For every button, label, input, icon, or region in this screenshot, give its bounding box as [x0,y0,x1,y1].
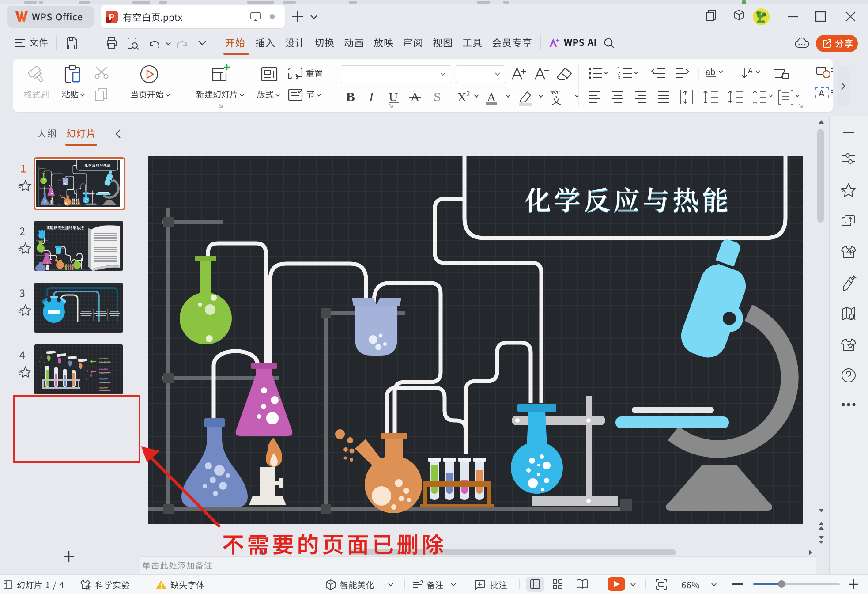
svg-text:U: U [389,90,398,104]
svg-text:2: 2 [466,90,470,98]
svg-text:3: 3 [618,76,620,80]
svg-text:######: ###### [99,378,108,380]
svg-text:########: ######## [99,371,111,374]
svg-text:P: P [109,12,115,22]
svg-text:1: 1 [618,66,620,71]
svg-text:######: ###### [99,368,108,371]
svg-text:B: B [346,89,355,104]
svg-text:########: ######## [99,381,111,384]
svg-text:A: A [748,67,753,75]
svg-text:X: X [457,90,466,104]
svg-text:A: A [819,88,825,98]
svg-text:wén: wén [550,89,560,95]
svg-text:########: ######## [99,361,111,363]
svg-text:A: A [487,90,496,104]
svg-text:########: ######## [99,389,111,392]
svg-text:ab: ab [706,67,715,77]
svg-text:I: I [369,89,374,104]
svg-text:S: S [434,89,441,104]
svg-text:######: ###### [99,357,108,360]
